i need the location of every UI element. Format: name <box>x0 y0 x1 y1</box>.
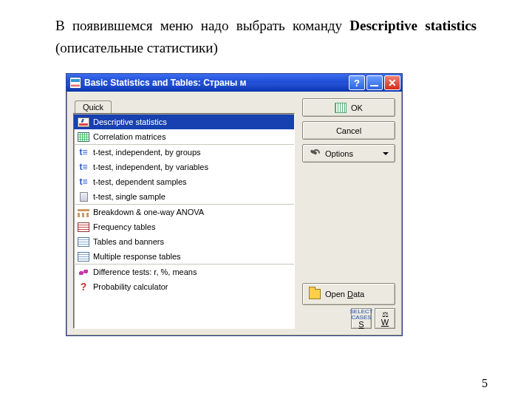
list-item-label: Tables and banners <box>93 237 164 246</box>
select-cases-key: S <box>358 321 364 329</box>
tree-icon <box>77 206 90 218</box>
open-data-button[interactable]: Open Data <box>302 283 395 305</box>
single-col-icon <box>77 191 90 202</box>
list-item-label: Difference tests: r, %, means <box>93 267 197 276</box>
select-cases-button[interactable]: SELECT CASES S <box>351 308 372 329</box>
list-item-label: Probability calculator <box>93 282 168 291</box>
list-item[interactable]: t-test, single sample <box>74 189 294 204</box>
help-button[interactable]: ? <box>349 75 365 90</box>
list-item-label: t-test, independent, by variables <box>93 163 208 171</box>
list-item-label: Multiple response tables <box>93 252 181 261</box>
select-cases-label: SELECT CASES <box>350 309 373 321</box>
list-item-label: Frequency tables <box>93 222 155 231</box>
chart-icon <box>77 116 90 128</box>
cancel-button[interactable]: Cancel <box>302 121 395 140</box>
ttest-icon: t≡ <box>77 161 90 173</box>
ok-icon <box>335 103 347 113</box>
right-column: OK Cancel Options Open Data SELECT CASES <box>302 98 395 329</box>
list-item-label: Breakdown & one-way ANOVA <box>93 208 204 216</box>
weight-key: W <box>381 318 389 327</box>
options-label: Options <box>325 149 353 158</box>
weight-button[interactable]: ⚖ W <box>375 308 395 329</box>
window-title: Basic Statistics and Tables: Страны м <box>84 78 246 88</box>
instruction-suffix: (описательные статистики) <box>55 40 218 55</box>
titlebar[interactable]: Basic Statistics and Tables: Страны м ? … <box>66 74 402 92</box>
open-data-label: Open Data <box>325 290 364 299</box>
bottom-bar: Open Data <box>302 283 395 305</box>
chevron-down-icon <box>383 149 389 158</box>
list-item-label: t-test, independent, by groups <box>93 148 201 157</box>
list-item[interactable]: t≡t-test, independent, by variables <box>74 160 294 174</box>
wave-icon <box>77 266 90 278</box>
tab-strip: Quick <box>73 98 295 113</box>
grid-red-icon <box>77 221 90 233</box>
options-button[interactable]: Options <box>302 144 395 163</box>
page-number: 5 <box>482 377 488 390</box>
list-item[interactable]: ?Probability calculator <box>74 279 294 294</box>
qmark-icon: ? <box>77 281 90 293</box>
list-item-label: Correlation matrices <box>93 132 166 141</box>
dialog-client-area: Quick Descriptive statisticsCorrelation … <box>66 92 402 335</box>
list-item[interactable]: Correlation matrices <box>74 129 294 144</box>
list-item[interactable]: Difference tests: r, %, means <box>74 265 294 279</box>
instruction-bold: Descriptive statistics <box>349 18 477 33</box>
list-item-label: t-test, single sample <box>93 192 166 201</box>
folder-open-icon <box>309 289 321 299</box>
ok-button[interactable]: OK <box>302 98 395 117</box>
wrench-icon <box>309 149 321 159</box>
ttest-icon: t≡ <box>77 146 90 158</box>
list-item[interactable]: t≡t-test, dependent samples <box>74 174 294 189</box>
left-column: Quick Descriptive statisticsCorrelation … <box>73 98 295 329</box>
list-item[interactable]: Multiple response tables <box>74 249 294 264</box>
statistics-dialog: Basic Statistics and Tables: Страны м ? … <box>66 74 402 335</box>
minimize-button[interactable] <box>366 75 383 90</box>
instruction-prefix: В появившемся меню надо выбрать команду <box>55 18 349 33</box>
footer-buttons: SELECT CASES S ⚖ W <box>302 308 395 329</box>
close-button[interactable]: ✕ <box>384 75 400 90</box>
list-item-label: Descriptive statistics <box>93 117 167 126</box>
list-item-label: t-test, dependent samples <box>93 177 187 186</box>
list-item[interactable]: t≡t-test, independent, by groups <box>74 145 294 160</box>
tab-quick[interactable]: Quick <box>75 100 112 114</box>
cancel-label: Cancel <box>336 126 361 135</box>
list-item[interactable]: Tables and banners <box>74 234 294 249</box>
list-item[interactable]: Frequency tables <box>74 219 294 234</box>
weight-icon: ⚖ <box>382 311 389 318</box>
grid-lt-icon <box>77 236 90 248</box>
instruction-text: В появившемся меню надо выбрать команду … <box>55 15 477 60</box>
ttest-icon: t≡ <box>77 176 90 188</box>
grid-green-icon <box>77 131 90 143</box>
list-item[interactable]: Breakdown & one-way ANOVA <box>74 205 294 219</box>
app-icon <box>69 77 81 89</box>
list-item[interactable]: Descriptive statistics <box>74 115 294 129</box>
ok-label: OK <box>351 103 363 112</box>
grid-lt-icon <box>77 250 90 262</box>
methods-listbox[interactable]: Descriptive statisticsCorrelation matric… <box>73 113 295 329</box>
